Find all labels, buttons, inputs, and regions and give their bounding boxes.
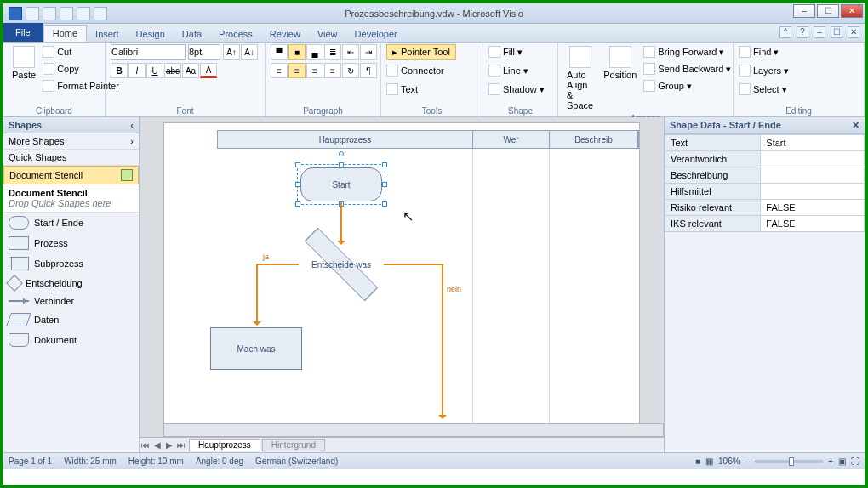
sheet-nav-last[interactable]: ⏭ <box>175 440 187 450</box>
align-top-button[interactable]: ▀ <box>271 44 288 60</box>
zoom-in-button[interactable]: + <box>828 457 833 466</box>
autoalign-button[interactable]: Auto Align & Space <box>563 44 597 112</box>
horizontal-scrollbar[interactable] <box>163 423 664 437</box>
fit-page-button[interactable]: ▣ <box>838 457 846 466</box>
tab-data[interactable]: Data <box>174 26 210 42</box>
sheet-tab-inactive[interactable]: Hintergrund <box>262 439 325 451</box>
qat-undo-icon[interactable] <box>43 7 56 20</box>
tab-insert[interactable]: Insert <box>87 26 128 42</box>
indent-decrease-button[interactable]: ⇤ <box>342 44 359 60</box>
send-backward-button[interactable]: Send Backward ▾ <box>643 61 731 77</box>
align-middle-button[interactable]: ■ <box>288 44 306 60</box>
connector-nein-v[interactable] <box>442 264 443 417</box>
font-size-select[interactable] <box>188 44 220 60</box>
bullets-button[interactable]: ≣ <box>324 44 341 60</box>
help-icon[interactable]: ? <box>797 26 808 38</box>
pointer-tool-button[interactable]: ▸Pointer Tool <box>386 44 456 60</box>
sheet-nav-prev[interactable]: ◀ <box>151 440 163 450</box>
find-button[interactable]: Find ▾ <box>739 44 779 60</box>
shape-prozess[interactable]: Prozess <box>3 233 139 253</box>
shrink-font-button[interactable]: A↓ <box>241 44 258 60</box>
quick-shapes-row[interactable]: Quick Shapes <box>3 150 139 166</box>
doc-minimize-icon[interactable]: – <box>814 26 825 38</box>
qat-customize-icon[interactable] <box>94 7 107 20</box>
align-right-button[interactable]: ≡ <box>306 63 323 78</box>
ribbon-minimize-icon[interactable]: ^ <box>779 26 791 38</box>
shadow-button[interactable]: Shadow ▾ <box>488 82 545 97</box>
shape-dokument[interactable]: Dokument <box>3 330 139 350</box>
tab-process[interactable]: Process <box>210 26 261 42</box>
underline-button[interactable]: U <box>146 63 163 78</box>
close-icon[interactable]: ✕ <box>852 120 859 131</box>
zoom-out-button[interactable]: – <box>745 457 751 466</box>
canvas-area[interactable]: Hauptprozess Wer Beschreib Start Entsche… <box>140 117 664 452</box>
sheet-tab-active[interactable]: Hauptprozess <box>189 439 260 451</box>
rotate-button[interactable]: ↻ <box>342 63 359 78</box>
indent-increase-button[interactable]: ⇥ <box>360 44 377 60</box>
strike-button[interactable]: abc <box>164 63 181 78</box>
more-shapes-row[interactable]: More Shapes› <box>3 133 139 150</box>
shape-subprozess[interactable]: Subprozess <box>3 253 139 274</box>
sheet-nav-first[interactable]: ⏮ <box>140 440 151 450</box>
connector-ja-v[interactable] <box>256 264 258 323</box>
align-center-button[interactable]: ≡ <box>288 63 306 78</box>
qat-redo-icon[interactable] <box>60 7 73 20</box>
paste-button[interactable]: Paste <box>9 44 39 82</box>
tab-view[interactable]: View <box>309 26 346 42</box>
sd-val[interactable] <box>761 151 865 167</box>
bring-forward-button[interactable]: Bring Forward ▾ <box>643 44 731 60</box>
zoom-slider[interactable] <box>755 460 823 463</box>
shape-daten[interactable]: Daten <box>3 309 139 330</box>
page-break-icon[interactable]: ▦ <box>705 457 713 466</box>
document-stencil-row[interactable]: Document Stencil <box>3 166 139 184</box>
text-tool-button[interactable]: Text <box>386 82 418 97</box>
tab-review[interactable]: Review <box>261 26 309 42</box>
font-family-select[interactable] <box>111 44 186 60</box>
italic-button[interactable]: I <box>128 63 146 78</box>
fill-button[interactable]: Fill ▾ <box>488 44 523 60</box>
sd-val[interactable]: FALSE <box>761 200 865 216</box>
chevron-left-icon[interactable]: ‹ <box>130 120 134 130</box>
align-left-button[interactable]: ≡ <box>271 63 288 78</box>
shape-start-ende[interactable]: Start / Ende <box>3 213 139 233</box>
selection-handles[interactable] <box>297 164 385 205</box>
line-button[interactable]: Line ▾ <box>488 63 528 78</box>
qat-save-icon[interactable] <box>26 7 39 20</box>
sd-val[interactable] <box>761 167 865 184</box>
connector-1[interactable] <box>340 201 342 242</box>
macro-record-icon[interactable]: ■ <box>695 457 700 466</box>
tab-home[interactable]: Home <box>43 25 87 42</box>
select-button[interactable]: Select ▾ <box>739 82 787 97</box>
tab-developer[interactable]: Developer <box>346 26 406 42</box>
zoom-level[interactable]: 106% <box>718 457 740 466</box>
window-close-button[interactable]: ✕ <box>841 4 863 18</box>
window-maximize-button[interactable]: ☐ <box>817 4 839 18</box>
layers-button[interactable]: Layers ▾ <box>739 63 789 78</box>
sd-val[interactable] <box>761 184 865 200</box>
align-bottom-button[interactable]: ▄ <box>306 44 323 60</box>
connector-tool-button[interactable]: Connector <box>386 63 444 78</box>
swimlane-header[interactable]: Hauptprozess Wer Beschreib <box>217 130 639 149</box>
doc-close-icon[interactable]: ✕ <box>848 26 859 38</box>
group-button[interactable]: Group ▾ <box>643 78 731 94</box>
fullscreen-button[interactable]: ⛶ <box>851 457 859 466</box>
align-justify-button[interactable]: ≡ <box>324 63 341 78</box>
sheet-nav-next[interactable]: ▶ <box>163 440 175 450</box>
lane-beschreib[interactable]: Beschreib <box>550 131 638 148</box>
shape-entscheidung[interactable]: Entscheidung <box>3 274 139 292</box>
connector-ja-h[interactable] <box>256 264 299 265</box>
position-button[interactable]: Position <box>600 44 640 82</box>
lane-hauptprozess[interactable]: Hauptprozess <box>218 131 473 148</box>
status-language[interactable]: German (Switzerland) <box>255 457 338 466</box>
shapes-pane-header[interactable]: Shapes‹ <box>3 117 139 133</box>
shape-verbinder[interactable]: Verbinder <box>3 292 139 309</box>
shape-decision[interactable]: Entscheide was <box>299 247 384 281</box>
doc-restore-icon[interactable]: ☐ <box>831 26 842 38</box>
lane-wer[interactable]: Wer <box>473 131 550 148</box>
connector-nein-h[interactable] <box>384 264 443 265</box>
shape-process[interactable]: Mach was <box>210 327 302 370</box>
qat-print-icon[interactable] <box>77 7 90 20</box>
sd-val[interactable]: FALSE <box>761 216 865 232</box>
tab-design[interactable]: Design <box>128 26 174 42</box>
sd-val[interactable]: Start <box>761 135 865 151</box>
